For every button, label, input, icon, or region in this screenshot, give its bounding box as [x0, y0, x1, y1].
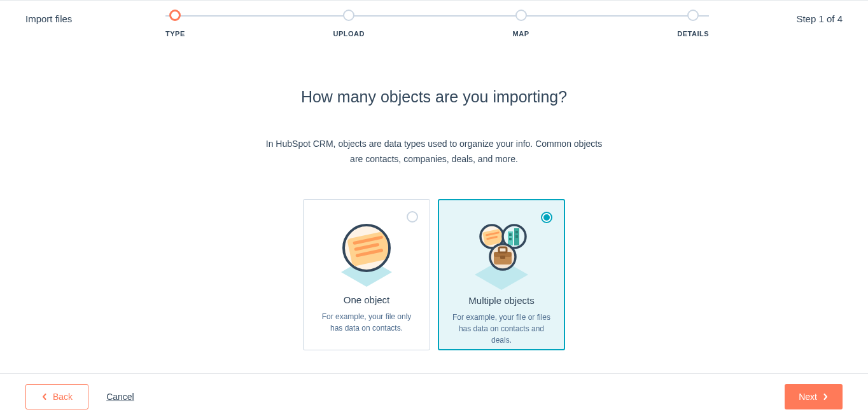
- svg-rect-17: [509, 238, 512, 240]
- card-title: Multiple objects: [448, 295, 555, 306]
- svg-rect-25: [500, 256, 505, 259]
- progress-step-label: DETAILS: [677, 30, 709, 38]
- chevron-left-icon: [41, 394, 48, 400]
- step-counter: Step 1 of 4: [796, 13, 843, 24]
- progress-step-label: TYPE: [165, 30, 185, 38]
- svg-rect-18: [515, 231, 518, 233]
- card-description: For example, your file or files has data…: [448, 312, 555, 346]
- option-cards: One object For example, your file only h…: [0, 199, 868, 350]
- progress-circle-icon: [687, 10, 699, 21]
- progress-step-label: UPLOAD: [333, 30, 364, 38]
- progress-step-label: MAP: [513, 30, 529, 38]
- progress-step-upload[interactable]: UPLOAD: [333, 10, 364, 38]
- progress-step-map[interactable]: MAP: [513, 10, 529, 38]
- next-button[interactable]: Next: [785, 384, 843, 409]
- radio-unchecked-icon: [407, 211, 418, 223]
- back-button-label: Back: [53, 392, 73, 402]
- progress-circle-icon: [515, 10, 527, 21]
- wizard-footer: Back Cancel Next: [0, 373, 868, 419]
- progress-stepper: TYPE UPLOAD MAP DETAILS: [165, 10, 709, 38]
- radio-checked-icon: [541, 212, 552, 223]
- card-description: For example, your file only has data on …: [312, 311, 421, 334]
- card-one-object[interactable]: One object For example, your file only h…: [303, 199, 430, 350]
- svg-rect-19: [515, 235, 518, 238]
- card-multiple-objects[interactable]: Multiple objects For example, your file …: [438, 199, 565, 350]
- main-heading: How many objects are you importing?: [0, 88, 868, 106]
- multiple-objects-illustration-icon: [448, 209, 555, 295]
- progress-step-details[interactable]: DETAILS: [677, 10, 709, 38]
- next-button-label: Next: [799, 392, 817, 402]
- main-panel: How many objects are you importing? In H…: [0, 24, 868, 350]
- page-title: Import files: [25, 13, 127, 24]
- progress-circle-icon: [169, 10, 181, 21]
- wizard-header: Import files TYPE UPLOAD MAP DETAILS Ste…: [0, 1, 868, 24]
- progress-step-type[interactable]: TYPE: [165, 10, 185, 38]
- progress-circle-icon: [343, 10, 354, 21]
- card-title: One object: [312, 294, 421, 305]
- main-description: In HubSpot CRM, objects are data types u…: [262, 137, 606, 167]
- cancel-link[interactable]: Cancel: [106, 392, 134, 402]
- chevron-right-icon: [822, 394, 829, 400]
- back-button[interactable]: Back: [25, 384, 88, 409]
- svg-rect-16: [509, 233, 512, 236]
- one-object-illustration-icon: [312, 209, 421, 294]
